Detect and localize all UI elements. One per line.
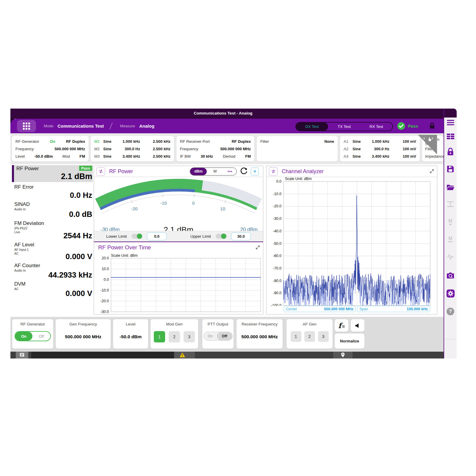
- warning-indicator[interactable]: [179, 352, 185, 358]
- mode-value[interactable]: Communications Test: [58, 123, 104, 129]
- help-button[interactable]: ?: [444, 307, 457, 316]
- filter-value: None: [325, 139, 334, 144]
- refresh-button[interactable]: [240, 167, 248, 176]
- expand-button[interactable]: [256, 245, 260, 251]
- mod-gen-2-button[interactable]: 2: [169, 331, 180, 342]
- svg-text:-20: -20: [131, 206, 138, 211]
- config-card-rf-receiver[interactable]: RF Receiver PortRF Duplex Frequency500.0…: [176, 136, 254, 162]
- rf-receiver-label: RF Receiver Port: [180, 139, 210, 144]
- unit-dbm-button[interactable]: dBm: [190, 168, 207, 175]
- rf-generator-port: RF Duplex: [66, 139, 85, 144]
- measurement-value: 2.1 dBm: [61, 172, 92, 181]
- swap-panel-button[interactable]: [269, 167, 278, 176]
- panel-title: Channel Analyzer: [282, 168, 324, 175]
- measurement-af-counter[interactable]: AF Counter Audio In 44.2933 kHz: [12, 262, 93, 281]
- af-gen-control: AF Gen 1 2 3: [286, 319, 333, 349]
- receiver-frequency-control[interactable]: Receiver Frequency 500.000 000 MHz: [237, 319, 283, 349]
- screenshot-button[interactable]: [444, 271, 457, 280]
- measurement-label: AF Counter: [14, 263, 92, 269]
- control-value: -50.0 dBm: [113, 334, 148, 339]
- toggle-on-label: On: [15, 332, 32, 341]
- expand-button[interactable]: [430, 169, 434, 175]
- save-button[interactable]: [444, 165, 457, 173]
- mod-gen-control: Mod Gen 1 2 3: [151, 319, 198, 349]
- marker-table-button[interactable]: M: [444, 235, 457, 244]
- upper-limit-input[interactable]: 30.0: [231, 232, 251, 240]
- unit-selector: dBm W •••: [190, 167, 237, 176]
- measurement-af-level[interactable]: AF Level AF Input 1 AC 0.000 V: [12, 241, 93, 262]
- af-gen-1-button[interactable]: 1: [291, 331, 301, 342]
- config-card-mod-sources[interactable]: M1Sine1.000 kHz2.500 kHz M2Sine300.0 Hz2…: [91, 136, 174, 162]
- help-icon: ?: [447, 308, 454, 315]
- trigger-button[interactable]: [444, 253, 457, 262]
- mod-gen-3-button[interactable]: 3: [184, 331, 195, 342]
- svg-text:10.0: 10.0: [102, 267, 109, 271]
- settings-button[interactable]: [444, 289, 457, 298]
- marker-down-button[interactable]: M: [444, 217, 457, 226]
- ptt-output-toggle[interactable]: On Off: [203, 332, 233, 341]
- refresh-icon: [240, 167, 248, 175]
- svg-text:20.0: 20.0: [102, 256, 109, 260]
- expand-icon: [430, 169, 434, 173]
- svg-text:-50.0: -50.0: [273, 242, 282, 246]
- unit-more-button[interactable]: •••: [223, 168, 237, 175]
- add-panel-button[interactable]: +: [251, 167, 259, 176]
- rf-power-panel-header: RF Power dBm W ••• +: [94, 166, 263, 177]
- rf-generator-control: RF Generator On Off: [12, 319, 53, 349]
- af-gen-3-button[interactable]: 3: [318, 331, 329, 342]
- swap-panel-button[interactable]: [96, 167, 105, 176]
- mod-gen-1-button[interactable]: 1: [154, 331, 165, 342]
- af-gen-2-button[interactable]: 2: [304, 331, 315, 342]
- measurement-label: FM Deviation: [14, 220, 92, 226]
- location-indicator[interactable]: [341, 352, 345, 358]
- location-pin-icon: [341, 352, 345, 358]
- tab-dx-test[interactable]: DX Test: [296, 123, 328, 131]
- measure-value[interactable]: Analog: [139, 123, 154, 129]
- lower-limit-input[interactable]: 0.0: [147, 232, 167, 240]
- layout-button[interactable]: [444, 132, 457, 141]
- console-log-button[interactable]: [19, 352, 25, 358]
- measurement-rf-error[interactable]: RF Error 0.0 Hz: [12, 184, 93, 201]
- align-panels-button[interactable]: [444, 200, 457, 209]
- upper-limit-toggle[interactable]: [216, 234, 226, 239]
- normalize-button[interactable]: Normalize: [335, 333, 364, 349]
- warning-icon: [179, 352, 185, 358]
- grid-icon: [23, 123, 30, 130]
- level-control[interactable]: Level -50.0 dBm: [113, 319, 148, 349]
- function-list-button[interactable]: f≡: [335, 319, 348, 332]
- measurement-sinad[interactable]: SINAD Audio In 0.0 dB: [12, 201, 93, 220]
- af-source-level: 100 mV: [392, 147, 416, 151]
- svg-text:0.0: 0.0: [104, 278, 109, 282]
- gen-frequency-control[interactable]: Gen Frequency 500.000 000 MHz: [56, 319, 111, 349]
- config-card-af-sources[interactable]: A1Sine1.000 kHz100 mV A2Sine300.0 Hz100 …: [340, 136, 420, 162]
- tab-rx-test[interactable]: RX Test: [360, 123, 392, 131]
- speaker-button[interactable]: [351, 319, 364, 332]
- center-frequency-field[interactable]: Center 500.000 000 MHz: [284, 306, 356, 312]
- svg-text:M: M: [448, 236, 452, 241]
- config-card-filter[interactable]: FilterNone: [257, 136, 338, 162]
- toggle-on-label: On: [204, 332, 217, 340]
- apps-grid-button[interactable]: [17, 120, 36, 132]
- span-field[interactable]: Span 100.000 kHz: [357, 306, 430, 312]
- gauge-arc: -20-10010: [94, 177, 263, 222]
- channel-analyzer-chart: 0.0-10.0-20.0-30.0-40.0-50.0-60.0-70.0-8…: [267, 178, 437, 306]
- lower-limit-toggle[interactable]: [131, 234, 142, 239]
- open-file-button[interactable]: [444, 182, 457, 191]
- measurement-fm-deviation[interactable]: FM Deviation (Pk-Pk)/2 Live 2544 Hz: [12, 220, 93, 241]
- tab-tx-test[interactable]: TX Test: [328, 123, 360, 131]
- measurement-rf-power[interactable]: RF Power Pass 2.1 dBm: [12, 165, 93, 182]
- ptt-output-control: PTT Output On Off: [202, 319, 234, 349]
- mod-source-wave: Sine: [103, 139, 120, 144]
- center-label: Center: [286, 307, 297, 311]
- status-segment: [31, 352, 174, 358]
- folder-open-icon: [446, 184, 455, 190]
- menu-button[interactable]: [444, 118, 457, 127]
- config-card-rf-generator[interactable]: RF GeneratorOnRF Duplex Frequency500.000…: [12, 136, 89, 162]
- measurement-dvm[interactable]: DVM AC 0.000 V: [12, 281, 93, 299]
- demod-label: Demod: [223, 154, 235, 159]
- rf-generator-toggle[interactable]: On Off: [15, 331, 51, 341]
- lock-screen-button[interactable]: [444, 147, 457, 156]
- unit-w-button[interactable]: W: [207, 168, 223, 175]
- window-right-border: [444, 109, 444, 358]
- lock-icon[interactable]: [430, 123, 435, 129]
